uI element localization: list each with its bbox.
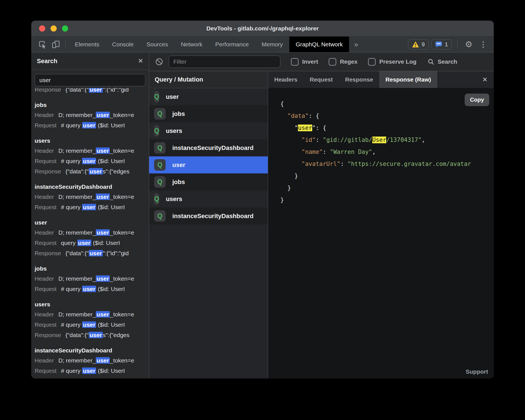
search-result-line[interactable]: Requestquery user ($id: UserI [35,238,149,248]
regex-checkbox[interactable]: Regex [329,58,357,66]
value-text: {"data":{" [66,168,89,175]
query-item-users[interactable]: Qusers [149,190,160,207]
more-tabs-chevron-icon[interactable]: » [349,40,363,49]
search-input[interactable] [35,74,145,86]
detail-tab-response-raw[interactable]: Response (Raw) [379,71,437,88]
preserve-log-checkbox[interactable]: Preserve Log [368,58,416,66]
search-icon [428,58,435,65]
match-highlight: user [82,122,96,128]
match-highlight: user [89,250,103,256]
result-field-label: Request [35,286,56,292]
search-result-line[interactable]: HeaderD; remember_user_token=e [35,227,149,238]
minimize-window-button[interactable] [51,25,57,32]
json-line: "data": { [280,110,494,122]
search-result-line[interactable]: Request# query user ($id: UserI [35,156,149,166]
query-type-badge: Q [154,142,166,154]
search-toggle[interactable]: Search [428,58,457,65]
json-response-view: { "data": { "user": { "id": "gid://gitla… [268,88,494,206]
value-text: ($id: UserI [96,204,125,210]
zoom-window-button[interactable] [62,25,68,32]
detail-tab-response[interactable]: Response [339,71,379,88]
query-item-instancesecuritydashboard[interactable]: QinstanceSecurityDashboard [149,207,268,225]
result-field-label: Header [35,357,54,364]
filter-input[interactable] [169,56,280,68]
search-result-group-instancesecuritydashboard: instanceSecurityDashboardHeaderD; rememb… [35,182,149,212]
result-field-value: D; remember_user_token=e [58,311,134,318]
query-item-user[interactable]: Quser [149,156,268,173]
value-text: D; remember_ [58,194,96,200]
network-area: Invert Regex Preserve Log [149,52,494,378]
toolbar-tab-console[interactable]: Console [106,37,140,52]
search-result-line[interactable]: Request# query user ($id: UserI [35,202,149,212]
json-token: "avatarUrl" [302,161,340,167]
match-highlight: user [89,88,103,93]
value-text: # query [61,321,82,328]
value-text: # query [61,286,82,292]
device-toolbar-icon[interactable] [49,40,63,49]
more-options-menu-icon[interactable]: ⋮ [477,41,489,48]
clear-log-icon[interactable] [155,58,163,66]
search-result-line[interactable]: Response{"data":{"user":{"id":"gid [35,88,149,95]
result-field-value: D; remember_user_token=e [58,147,134,154]
search-result-line[interactable]: HeaderD; remember_user_token=e [35,309,149,319]
settings-gear-icon[interactable]: ⚙ [463,40,475,49]
toolbar-tab-graphql-network[interactable]: GraphQL Network [289,37,349,52]
search-result-line[interactable]: HeaderD; remember_user_token=e [35,273,149,284]
query-item-user[interactable]: Quser [149,88,160,105]
toolbar-tab-memory[interactable]: Memory [255,37,289,52]
search-result-line[interactable]: HeaderD; remember_user_token=e [35,355,149,366]
warning-count: 9 [422,41,425,48]
query-item-jobs[interactable]: Qjobs [149,105,268,122]
result-field-label: Header [35,229,54,236]
search-result-line[interactable]: Request# query user ($id: UserI [35,120,149,130]
value-text: {"data":{" [66,250,89,256]
copy-button[interactable]: Copy [465,94,489,106]
value-text: _token=e [110,112,134,118]
value-text: ($id: UserI [96,158,125,164]
search-result-line[interactable]: Request# query user ($id: UserI [35,366,149,376]
toolbar-tab-sources[interactable]: Sources [140,37,175,52]
search-result-line[interactable]: Response{"data":{"user":{"id":"gid [35,248,149,258]
support-link[interactable]: Support [466,368,488,375]
detail-close-icon[interactable]: ✕ [476,76,494,83]
search-result-group-title: user [35,218,149,227]
result-field-value: # query user ($id: UserI [61,367,125,374]
result-field-label: Request [35,367,56,374]
value-text: # query [61,367,82,374]
match-highlight: user [96,229,110,236]
query-item-users[interactable]: Qusers [149,122,160,139]
toolbar-tab-network[interactable]: Network [175,37,209,52]
result-field-value: # query user ($id: UserI [61,286,125,292]
value-text: D; remember_ [58,229,96,236]
issues-badge[interactable]: 1 [431,39,452,49]
invert-checkbox[interactable]: Invert [291,58,318,66]
search-result-line[interactable]: HeaderD; remember_user_token=e [35,192,149,202]
search-result-line[interactable]: Response{"data":{"users":{"edges [35,166,149,176]
search-close-icon[interactable]: ✕ [138,57,143,65]
search-result-line[interactable]: Request# query user ($id: UserI [35,319,149,330]
result-field-value: D; remember_user_token=e [58,194,134,200]
json-token: "gid://gitlab/ [323,137,372,143]
search-result-line[interactable]: Request# query user ($id: UserI [35,284,149,294]
detail-tab-request[interactable]: Request [304,71,339,88]
value-text: _token=e [110,275,134,282]
close-window-button[interactable] [39,25,45,32]
toolbar-tab-elements[interactable]: Elements [68,37,106,52]
query-item-jobs[interactable]: Qjobs [149,173,268,190]
search-result-line[interactable]: Response{"data":{"users":{"edges [35,330,149,340]
inspect-element-icon[interactable] [36,40,49,49]
search-result-line[interactable]: HeaderD; remember_user_token=e [35,145,149,156]
match-highlight: user [89,332,103,338]
search-result-line[interactable]: HeaderD; remember_user_token=e [35,110,149,120]
result-field-label: Request [35,122,56,128]
value-text: ($id: UserI [96,321,125,328]
value-text: # query [61,204,82,210]
detail-tab-headers[interactable]: Headers [268,71,304,88]
warnings-badge[interactable]: 9 [408,39,429,49]
invert-checkbox-box [291,58,299,66]
toolbar-tab-performance[interactable]: Performance [209,37,255,52]
search-toggle-label: Search [438,58,457,65]
value-text: _token=e [110,147,134,154]
value-text: D; remember_ [58,147,96,154]
query-item-instancesecuritydashboard[interactable]: QinstanceSecurityDashboard [149,139,268,156]
